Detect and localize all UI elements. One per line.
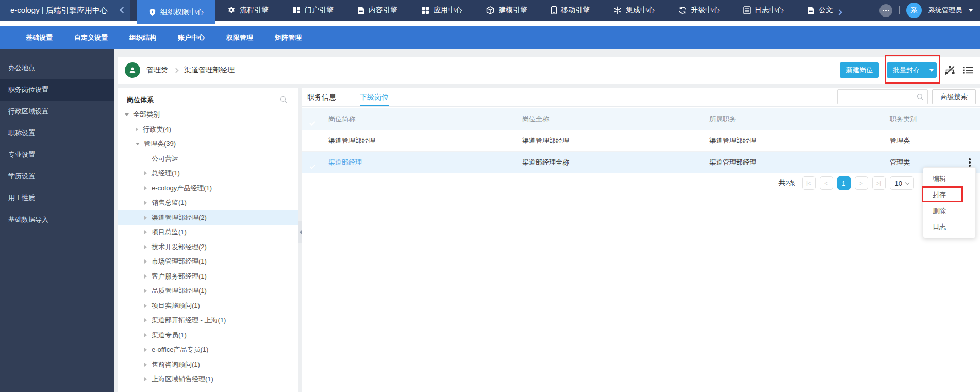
tree-collapsed-icon[interactable]	[144, 259, 147, 264]
module-tab-integration[interactable]: 集成中心	[602, 0, 667, 21]
tree-collapsed-icon[interactable]	[144, 289, 147, 293]
batch-archive-button[interactable]: 批量封存	[887, 62, 926, 78]
tree-collapsed-icon[interactable]	[144, 377, 147, 381]
next-page-button[interactable]: >	[855, 176, 868, 190]
module-tab-mobile[interactable]: 移动引擎	[539, 0, 602, 21]
tree-collapsed-icon[interactable]	[144, 333, 147, 337]
tree-node[interactable]: 项目总监(1)	[118, 225, 298, 240]
advanced-search-button[interactable]: 高级搜索	[932, 89, 976, 104]
tree-node[interactable]: 上海区域销售经理(1)	[118, 372, 298, 387]
tree-collapsed-icon[interactable]	[136, 127, 138, 132]
tree-collapsed-icon[interactable]	[144, 230, 147, 234]
table-row[interactable]: 渠道管理部经理 渠道管理部经理 渠道管理部经理 管理类	[302, 130, 980, 152]
sidebar-item-employment-type[interactable]: 用工性质	[0, 187, 114, 209]
tree-collapsed-icon[interactable]	[144, 171, 147, 175]
chevron-down-icon	[905, 180, 909, 184]
tree-node[interactable]: 全部类别	[118, 107, 298, 122]
module-tab-portal[interactable]: 门户引擎	[280, 0, 345, 21]
tree-node[interactable]: e-cology产品经理(1)	[118, 181, 298, 196]
tree-collapsed-icon[interactable]	[144, 201, 147, 205]
tree-expanded-icon[interactable]	[136, 143, 140, 145]
cell-short-name-link[interactable]: 渠道部经理	[328, 158, 362, 166]
org-chart-view-icon[interactable]	[944, 66, 955, 75]
tree-node[interactable]: 客户服务部经理(1)	[118, 269, 298, 284]
user-name[interactable]: 系统管理员	[928, 6, 962, 15]
sidebar-item-admin-region[interactable]: 行政区域设置	[0, 101, 114, 122]
subnav-item-permission-mgmt[interactable]: 权限管理	[226, 33, 253, 42]
batch-archive-dropdown-button[interactable]	[926, 62, 937, 78]
tree-node[interactable]: 渠道专员(1)	[118, 328, 298, 343]
tree-node-selected[interactable]: 渠道管理部经理(2)	[118, 210, 298, 225]
tree-node[interactable]: 销售总监(1)	[118, 195, 298, 210]
breadcrumb-category[interactable]: 管理类	[146, 66, 168, 75]
menu-item-archive[interactable]: 封存	[923, 187, 975, 203]
tree-collapsed-icon[interactable]	[144, 274, 147, 279]
last-page-button[interactable]: >|	[872, 176, 886, 190]
tree-collapsed-icon[interactable]	[144, 216, 147, 220]
subnav-item-org-structure[interactable]: 组织结构	[129, 33, 156, 42]
sidebar-item-education-settings[interactable]: 学历设置	[0, 166, 114, 187]
tree-node[interactable]: 公司营运	[118, 152, 298, 167]
module-tab-log[interactable]: 日志中心	[732, 0, 795, 21]
tree-node[interactable]: 管理类(39)	[118, 137, 298, 152]
breadcrumb-current: 渠道管理部经理	[184, 66, 235, 75]
subnav-item-account-center[interactable]: 账户中心	[178, 33, 205, 42]
tab-bar: 职务信息 下级岗位 高级搜索	[302, 88, 980, 107]
tab-job-info[interactable]: 职务信息	[307, 88, 336, 106]
module-tab-workflow[interactable]: 流程引擎	[215, 0, 280, 21]
module-tab-content[interactable]: 内容引擎	[345, 0, 409, 21]
tree-node[interactable]: 技术开发部经理(2)	[118, 240, 298, 255]
subnav-item-basic-settings[interactable]: 基础设置	[26, 33, 53, 42]
module-tab-org-permission[interactable]: 组织权限中心	[137, 0, 215, 24]
tree-node[interactable]: 行政类(4)	[118, 122, 298, 137]
tree-collapsed-icon[interactable]	[144, 318, 147, 322]
list-view-icon[interactable]	[963, 66, 973, 74]
menu-item-log[interactable]: 日志	[923, 219, 975, 235]
chevron-right-icon	[174, 68, 179, 73]
sidebar-item-title-settings[interactable]: 职称设置	[0, 122, 114, 144]
tree-node[interactable]: 市场管理部经理(1)	[118, 254, 298, 269]
list-search-input[interactable]	[838, 90, 927, 104]
tree-collapsed-icon[interactable]	[144, 245, 147, 249]
tree-collapsed-icon[interactable]	[144, 186, 147, 190]
tree-search-input[interactable]	[158, 92, 291, 107]
chevron-right-icon[interactable]	[836, 9, 842, 15]
tree-node[interactable]: 售前咨询顾问(1)	[118, 357, 298, 372]
tab-sub-positions[interactable]: 下级岗位	[360, 88, 389, 106]
module-tab-modeling[interactable]: 建模引擎	[474, 0, 539, 21]
table-row-selected[interactable]: 渠道部经理 渠道部经理全称 渠道管理部经理 管理类	[302, 152, 980, 173]
divider	[899, 6, 900, 14]
first-page-button[interactable]: |<	[802, 176, 816, 190]
tree-collapsed-icon[interactable]	[144, 348, 147, 352]
module-tab-official-doc[interactable]: 公文	[795, 0, 836, 21]
tree-search-box	[158, 92, 291, 107]
module-tab-app-center[interactable]: 应用中心	[409, 0, 474, 21]
page-number-button[interactable]: 1	[837, 176, 851, 190]
sidebar-item-office-location[interactable]: 办公地点	[0, 57, 114, 79]
tree-node[interactable]: 品质管理部经理(1)	[118, 284, 298, 299]
avatar[interactable]: 系	[906, 3, 922, 18]
tree-node[interactable]: 总经理(1)	[118, 166, 298, 181]
more-options-icon[interactable]	[879, 4, 892, 17]
new-position-button[interactable]: 新建岗位	[840, 62, 879, 78]
tree-node[interactable]: 项目实施顾问(1)	[118, 299, 298, 314]
subnav-item-matrix-mgmt[interactable]: 矩阵管理	[275, 33, 302, 42]
sidebar-item-position-settings[interactable]: 职务岗位设置	[0, 79, 114, 101]
menu-item-edit[interactable]: 编辑	[923, 171, 975, 187]
page-size-select[interactable]: 10	[890, 176, 914, 190]
tree-expanded-icon[interactable]	[125, 113, 129, 116]
module-tab-upgrade[interactable]: 升级中心	[667, 0, 732, 21]
sidebar-item-major-settings[interactable]: 专业设置	[0, 144, 114, 166]
menu-item-delete[interactable]: 删除	[923, 203, 975, 219]
tree-collapsed-icon[interactable]	[144, 304, 147, 308]
prev-page-button[interactable]: <	[820, 176, 833, 190]
tree-collapsed-icon[interactable]	[144, 363, 147, 367]
subnav-item-custom-settings[interactable]: 自定义设置	[74, 33, 108, 42]
tree-node[interactable]: e-office产品专员(1)	[118, 342, 298, 357]
chevron-down-icon	[929, 69, 934, 72]
sidebar-item-base-data-import[interactable]: 基础数据导入	[0, 209, 114, 231]
chevron-down-icon[interactable]	[969, 9, 973, 12]
cell-category: 管理类	[884, 158, 967, 167]
tree-node[interactable]: 渠道部开拓经理 - 上海(1)	[118, 313, 298, 328]
module-label: 升级中心	[691, 6, 720, 15]
